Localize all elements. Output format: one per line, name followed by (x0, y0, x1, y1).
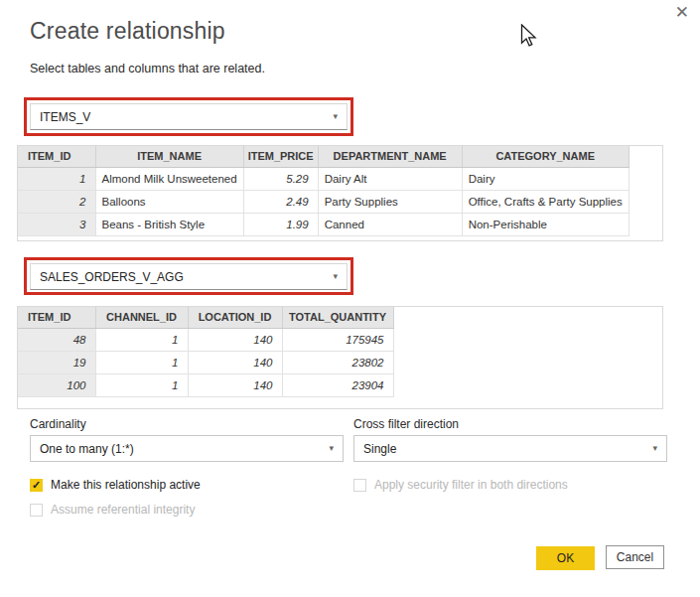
checkbox-label: Apply security filter in both directions (374, 478, 568, 492)
table-cell[interactable]: Office, Crafts & Party Supplies (462, 190, 629, 213)
table-row: 3 Beans - British Style 1.99 Canned Non-… (18, 213, 629, 235)
column-header[interactable]: DEPARTMENT_NAME (318, 146, 462, 167)
table2-preview: ITEM_ID CHANNEL_ID LOCATION_ID TOTAL_QUA… (17, 306, 663, 409)
dialog-subtitle: Select tables and columns that are relat… (30, 62, 265, 75)
mouse-cursor (520, 24, 538, 50)
table1-selector-value: ITEMS_V (40, 110, 90, 124)
checkmark-icon: ✓ (32, 480, 41, 491)
cross-filter-value: Single (363, 442, 396, 456)
cardinality-label: Cardinality (30, 417, 86, 431)
assume-referential-integrity-checkbox: Assume referential integrity (30, 503, 195, 517)
make-relationship-active-checkbox[interactable]: ✓ Make this relationship active (30, 478, 201, 492)
apply-security-filter-checkbox: Apply security filter in both directions (353, 478, 568, 492)
checkbox-checked-icon: ✓ (30, 479, 43, 492)
column-header[interactable]: TOTAL_QUANTITY (282, 307, 393, 328)
table-cell[interactable]: 48 (18, 328, 95, 351)
table-cell[interactable]: Dairy Alt (318, 167, 462, 190)
table1-selector[interactable]: ITEMS_V ▾ (30, 103, 348, 130)
table-cell[interactable]: 1 (95, 373, 188, 396)
table-cell[interactable]: 19 (18, 351, 95, 373)
table1-header-row: ITEM_ID ITEM_NAME ITEM_PRICE DEPARTMENT_… (18, 146, 629, 167)
column-header[interactable]: ITEM_ID (18, 146, 95, 167)
table-row: 48 1 140 175945 (18, 328, 393, 351)
table-cell[interactable]: Balloons (95, 190, 243, 213)
page-title: Create relationship (30, 18, 225, 45)
table-cell[interactable]: Beans - British Style (95, 213, 243, 235)
chevron-down-icon: ▾ (329, 444, 334, 453)
cardinality-value: One to many (1:*) (40, 442, 134, 456)
table-cell[interactable]: 3 (18, 213, 95, 235)
column-header[interactable]: ITEM_NAME (95, 146, 243, 167)
table-row: 19 1 140 23802 (18, 351, 393, 373)
table2: ITEM_ID CHANNEL_ID LOCATION_ID TOTAL_QUA… (18, 307, 394, 397)
cardinality-dropdown[interactable]: One to many (1:*) ▾ (30, 435, 344, 462)
table-cell[interactable]: 23802 (282, 351, 393, 373)
create-relationship-dialog: ✕ Create relationship Select tables and … (0, 0, 700, 597)
close-icon[interactable]: ✕ (675, 4, 689, 21)
table2-selector-value: SALES_ORDERS_V_AGG (40, 270, 184, 284)
table-cell[interactable]: 140 (188, 351, 282, 373)
column-header[interactable]: CHANNEL_ID (95, 307, 188, 328)
table1: ITEM_ID ITEM_NAME ITEM_PRICE DEPARTMENT_… (18, 146, 630, 236)
table1-preview: ITEM_ID ITEM_NAME ITEM_PRICE DEPARTMENT_… (17, 145, 663, 241)
checkbox-label: Make this relationship active (51, 478, 201, 492)
table-row: 2 Balloons 2.49 Party Supplies Office, C… (18, 190, 629, 213)
table-row: 100 1 140 23904 (18, 373, 393, 396)
table-cell[interactable]: 1 (18, 167, 95, 190)
table-cell[interactable]: Non-Perishable (462, 213, 629, 235)
table-cell[interactable]: 23904 (282, 373, 393, 396)
table-cell[interactable]: 175945 (282, 328, 393, 351)
table-cell[interactable]: 140 (188, 373, 282, 396)
cancel-button[interactable]: Cancel (606, 545, 664, 569)
table-cell[interactable]: Almond Milk Unsweetened (95, 167, 243, 190)
table2-header-row: ITEM_ID CHANNEL_ID LOCATION_ID TOTAL_QUA… (18, 307, 393, 328)
table-cell[interactable]: 140 (188, 328, 282, 351)
table-row: 1 Almond Milk Unsweetened 5.29 Dairy Alt… (18, 167, 629, 190)
table-cell[interactable]: 2.49 (243, 190, 318, 213)
column-header[interactable]: ITEM_ID (18, 307, 95, 328)
table-cell[interactable]: 1.99 (243, 213, 318, 235)
table-cell[interactable]: 5.29 (243, 167, 318, 190)
ok-button[interactable]: OK (536, 546, 595, 570)
cross-filter-label: Cross filter direction (353, 417, 459, 431)
column-header[interactable]: CATEGORY_NAME (462, 146, 629, 167)
table-cell[interactable]: 100 (18, 373, 95, 396)
checkbox-unchecked-icon (353, 479, 366, 492)
table-cell[interactable]: 2 (18, 190, 95, 213)
checkbox-label: Assume referential integrity (51, 503, 195, 517)
chevron-down-icon: ▾ (333, 272, 338, 281)
chevron-down-icon: ▾ (652, 444, 657, 453)
column-header[interactable]: LOCATION_ID (188, 307, 282, 328)
table-cell[interactable]: 1 (95, 328, 188, 351)
table-cell[interactable]: Party Supplies (318, 190, 462, 213)
table-cell[interactable]: 1 (95, 351, 188, 373)
table2-selector[interactable]: SALES_ORDERS_V_AGG ▾ (30, 263, 348, 290)
table-cell[interactable]: Dairy (462, 167, 629, 190)
chevron-down-icon: ▾ (333, 112, 338, 121)
cross-filter-dropdown[interactable]: Single ▾ (353, 435, 667, 462)
checkbox-unchecked-icon (30, 504, 43, 517)
column-header[interactable]: ITEM_PRICE (243, 146, 318, 167)
table-cell[interactable]: Canned (318, 213, 462, 235)
